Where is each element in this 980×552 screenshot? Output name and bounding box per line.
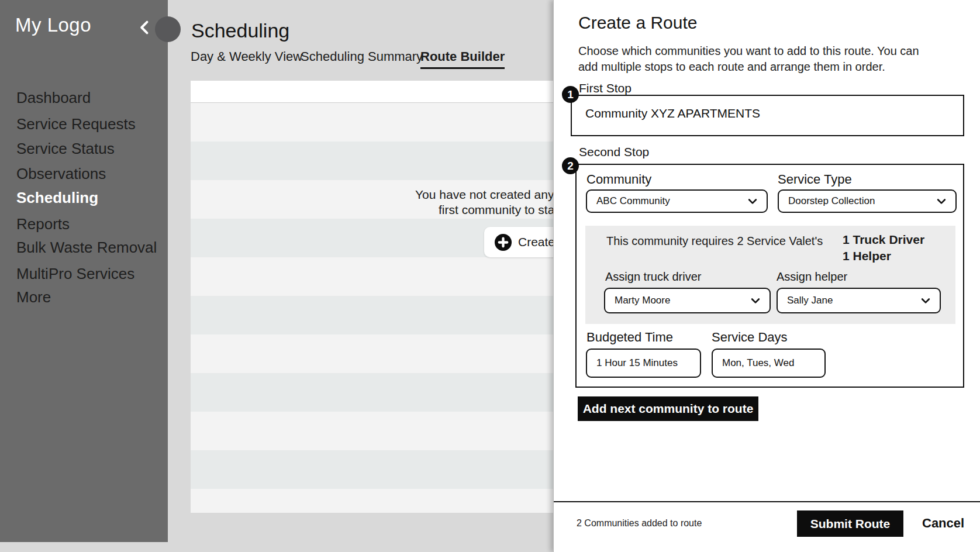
truck-driver-count: 1 Truck Driver [843, 232, 924, 248]
chevron-down-icon [750, 295, 761, 306]
service-days-label: Service Days [712, 330, 788, 345]
chevron-down-icon [936, 195, 947, 207]
tab-scheduling-summary[interactable]: Scheduling Summary [301, 49, 423, 64]
assign-helper-select[interactable]: Sally Jane [777, 288, 941, 313]
service-type-label: Service Type [778, 172, 852, 187]
second-stop-label: Second Stop [579, 145, 649, 159]
sidebar-item-scheduling[interactable]: Scheduling [16, 189, 98, 207]
second-stop-badge: 2 [562, 157, 579, 174]
assign-truck-driver-value: Marty Moore [615, 295, 670, 306]
sidebar-item-service-status[interactable]: Service Status [16, 140, 115, 158]
sidebar-item-observations[interactable]: Observations [16, 165, 106, 183]
first-stop-badge: 1 [562, 86, 579, 103]
page-title: Scheduling [191, 19, 289, 42]
community-label: Community [586, 172, 651, 187]
community-select-value: ABC Community [596, 195, 670, 207]
requirements-counts: 1 Truck Driver 1 Helper [843, 232, 924, 264]
app-logo: My Logo [15, 14, 91, 36]
empty-state-line2: first community to start [439, 203, 562, 217]
service-type-select[interactable]: Doorstep Collection [778, 189, 957, 213]
tab-route-builder[interactable]: Route Builder [420, 49, 505, 69]
panel-title: Create a Route [578, 13, 697, 33]
submit-route-button[interactable]: Submit Route [797, 510, 903, 537]
assign-helper-label: Assign helper [777, 270, 847, 284]
tab-day-weekly-view[interactable]: Day & Weekly View [191, 49, 302, 64]
chevron-left-icon[interactable] [137, 19, 153, 37]
first-stop-label: First Stop [579, 81, 632, 95]
budgeted-time-label: Budgeted Time [586, 330, 673, 345]
chevron-down-icon [920, 295, 931, 306]
assign-truck-driver-select[interactable]: Marty Moore [604, 288, 771, 313]
plus-circle-icon [494, 233, 512, 251]
budgeted-time-input[interactable] [586, 349, 701, 378]
panel-description: Choose which communities you want to add… [578, 43, 933, 75]
cancel-button[interactable]: Cancel [922, 516, 964, 531]
service-days-input[interactable] [712, 349, 826, 378]
helper-count: 1 Helper [843, 248, 924, 264]
create-route-panel: Create a Route Choose which communities … [553, 0, 980, 552]
second-stop-group: Community Service Type ABC Community Doo… [575, 164, 964, 388]
service-type-select-value: Doorstep Collection [788, 195, 875, 207]
sidebar-collapse-handle[interactable] [155, 16, 181, 42]
sidebar-item-multipro-services[interactable]: MultiPro Services [16, 265, 134, 283]
community-select[interactable]: ABC Community [586, 189, 768, 213]
requirements-text: This community requires 2 Service Valet'… [606, 234, 823, 248]
communities-added-status: 2 Communities added to route [577, 518, 702, 529]
sidebar: My Logo Dashboard Service Requests Servi… [0, 0, 168, 542]
sidebar-item-more[interactable]: More [16, 288, 51, 306]
sidebar-item-service-requests[interactable]: Service Requests [16, 115, 136, 133]
assign-helper-value: Sally Jane [787, 295, 833, 306]
add-next-community-button[interactable]: Add next community to route [578, 396, 758, 421]
empty-state-line1: You have not created any rou [415, 188, 575, 202]
sidebar-item-reports[interactable]: Reports [16, 215, 70, 233]
assign-truck-driver-label: Assign truck driver [605, 270, 702, 284]
chevron-down-icon [747, 195, 758, 207]
footer-divider [554, 501, 980, 502]
sidebar-item-bulk-waste-removal[interactable]: Bulk Waste Removal [16, 239, 157, 257]
requirements-box: This community requires 2 Service Valet'… [585, 226, 955, 324]
first-stop-input[interactable] [571, 95, 964, 136]
sidebar-item-dashboard[interactable]: Dashboard [16, 89, 91, 107]
